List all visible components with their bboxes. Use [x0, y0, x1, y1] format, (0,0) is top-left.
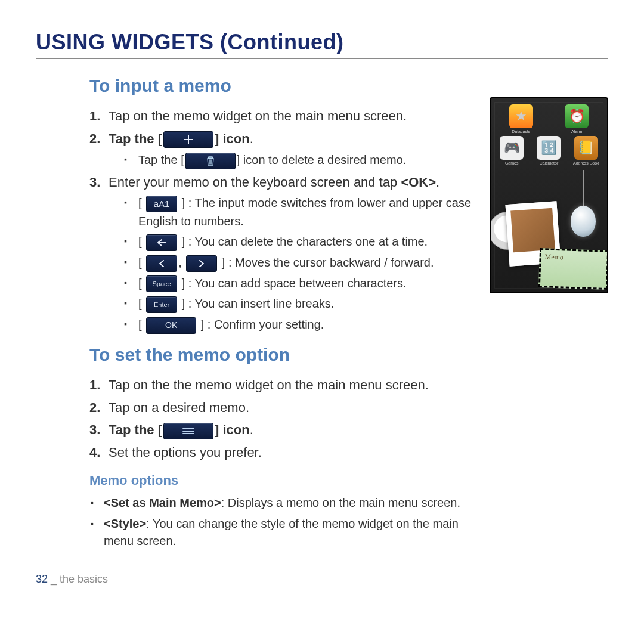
opt-main-memo: <Set as Main Memo>: Displays a memo on t…	[89, 494, 478, 512]
app-addressbook-label: Address Book	[573, 161, 599, 165]
set-step-2: Tap on a desired memo.	[89, 398, 478, 417]
opt-style-label: <Style>	[104, 517, 146, 530]
step-1: Tap on the memo widget on the main menu …	[89, 107, 478, 126]
cursor-right-icon	[186, 255, 217, 272]
app-datacasts-label: Datacasts	[508, 129, 534, 134]
plus-icon	[163, 131, 213, 148]
step-3-text: Enter your memo on the keyboard screen a…	[109, 175, 401, 190]
step-3-ok: <OK>	[401, 175, 436, 190]
kb-back-text: ] : You can delete the characters one at…	[182, 235, 428, 248]
space-icon: Space	[146, 275, 177, 292]
ok-icon: OK	[146, 317, 196, 334]
step-2: Tap the [ ] icon. Tap the [ ] icon to de…	[89, 129, 478, 169]
set-step-3-post: ] icon	[215, 422, 250, 437]
memo-card-label: Memo	[544, 252, 564, 261]
steps-input-memo: Tap on the memo widget on the main menu …	[89, 107, 478, 334]
kb-enter: [ Enter ] : You can insert line breaks.	[109, 295, 478, 313]
trash-icon	[185, 153, 236, 169]
app-games: 🎮Games	[499, 136, 525, 165]
bracket: [	[138, 196, 142, 209]
bracket: [	[138, 256, 142, 269]
kb-aA1: [ aA1 ] : The input mode switches from l…	[109, 194, 478, 230]
step-2-pre: Tap the [	[109, 131, 162, 146]
bracket: [	[138, 235, 142, 248]
kb-aA1-text: ] : The input mode switches from lower a…	[138, 196, 471, 228]
set-step-3: Tap the [ ] icon.	[89, 420, 478, 439]
app-datacasts: ★Datacasts	[508, 104, 534, 134]
kb-cursors: [ , ] : Moves the cursor backward / forw…	[109, 253, 478, 272]
kb-ok-text: ] : Confirm your setting.	[201, 318, 324, 331]
enter-icon: Enter	[146, 296, 177, 313]
step-2-post: ] icon	[215, 131, 250, 146]
kb-space-text: ] : You can add space between characters…	[182, 277, 407, 290]
opt-main-memo-label: <Set as Main Memo>	[104, 496, 221, 509]
backspace-icon	[146, 234, 177, 251]
step-2-sub-post: ] icon to delete a desired memo.	[237, 153, 407, 166]
step-2-period: .	[250, 131, 253, 146]
bracket: [	[138, 297, 142, 310]
lightbulb-icon	[568, 170, 599, 237]
opt-main-memo-text: : Displays a memo on the main menu scree…	[221, 496, 460, 509]
set-step-1: Tap on the the memo widget on the main m…	[89, 376, 478, 395]
kb-cursors-text: ] : Moves the cursor backward / forward.	[222, 256, 434, 269]
app-calculator: 🔢Calculator	[535, 136, 562, 165]
app-calculator-label: Calculator	[535, 161, 562, 165]
app-games-label: Games	[499, 161, 525, 165]
section-input-memo-title: To input a memo	[89, 76, 478, 96]
step-3: Enter your memo on the keyboard screen a…	[89, 173, 478, 334]
kb-space: [ Space ] : You can add space between ch…	[109, 274, 478, 293]
footer-section: the basics	[60, 573, 108, 585]
kb-enter-text: ] : You can insert line breaks.	[182, 297, 335, 310]
opt-style-text: : You can change the style of the memo w…	[104, 517, 459, 547]
opt-style: <Style>: You can change the style of the…	[89, 515, 478, 550]
set-step-3-pre: Tap the [	[109, 422, 162, 437]
section-set-memo-title: To set the memo option	[89, 345, 478, 365]
memo-card: Memo	[538, 248, 608, 290]
kb-backspace: [ ] : You can delete the characters one …	[109, 233, 478, 251]
cursor-left-icon	[146, 255, 177, 272]
footer-sep: _	[48, 573, 60, 585]
step-2-sub-pre: Tap the [	[138, 153, 184, 166]
page-number: 32	[36, 573, 48, 585]
app-alarm: ⏰Alarm	[564, 104, 590, 134]
app-alarm-label: Alarm	[564, 129, 590, 134]
step-2-sub: Tap the [ ] icon to delete a desired mem…	[109, 151, 478, 169]
memo-options-title: Memo options	[89, 473, 478, 488]
steps-set-memo: Tap on the the memo widget on the main m…	[89, 376, 478, 463]
kb-cursors-sep: ,	[178, 256, 182, 269]
set-step-3-period: .	[250, 422, 253, 437]
set-step-4: Set the options you prefer.	[89, 443, 478, 462]
kb-ok: [ OK ] : Confirm your setting.	[109, 315, 478, 334]
bracket: [	[138, 277, 142, 290]
memo-options-list: <Set as Main Memo>: Displays a memo on t…	[89, 494, 478, 550]
device-illustration: ★Datacasts ⏰Alarm 🎮Games 🔢Calculator 📒Ad…	[490, 97, 608, 293]
step-3-period: .	[436, 175, 439, 190]
bracket: [	[138, 318, 142, 331]
page-footer: 32 _ the basics	[36, 568, 608, 586]
menu-icon	[163, 423, 213, 439]
app-addressbook: 📒Address Book	[573, 136, 599, 165]
aA1-icon: aA1	[146, 196, 177, 212]
page-title: USING WIDGETS (Continued)	[36, 30, 608, 59]
